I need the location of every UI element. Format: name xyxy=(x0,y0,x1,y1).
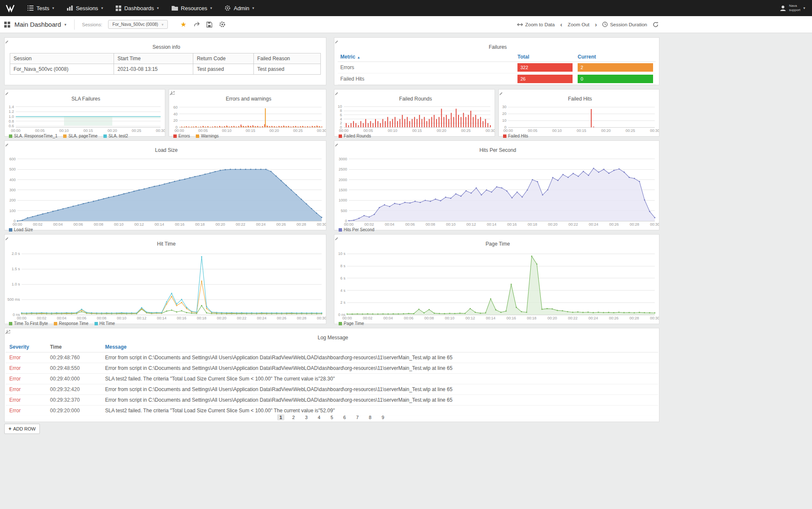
settings-gear-icon[interactable] xyxy=(219,21,225,28)
nav-admin[interactable]: Admin ▾ xyxy=(218,0,260,16)
session-info-col: Session xyxy=(10,53,114,64)
folder-icon xyxy=(172,6,178,11)
dashboard-title-caret[interactable]: ▾ xyxy=(64,22,67,27)
svg-text:00:30: 00:30 xyxy=(317,129,326,133)
session-duration-button[interactable]: Session Duration xyxy=(602,22,647,27)
page-time-chart: 0 ns2 s4 s6 s8 s10 s00:0000:0200:0400:06… xyxy=(334,248,659,320)
session-info-col: Return Code xyxy=(193,53,253,64)
expand-icon[interactable] xyxy=(6,330,11,334)
svg-text:00:10: 00:10 xyxy=(59,129,69,133)
svg-text:00:14: 00:14 xyxy=(157,316,167,320)
svg-text:2 s: 2 s xyxy=(340,300,346,305)
page-number[interactable]: 5 xyxy=(328,414,335,420)
nav-tests[interactable]: Tests ▾ xyxy=(21,0,61,16)
edit-icon[interactable] xyxy=(5,92,165,96)
session-selector[interactable]: For_Nava_500vc (0008) ▾ xyxy=(108,20,167,29)
svg-text:00:20: 00:20 xyxy=(215,222,225,227)
nav-resources[interactable]: Resources ▾ xyxy=(165,0,219,16)
svg-text:00:24: 00:24 xyxy=(589,222,598,227)
session-info-col: Failed Reason xyxy=(253,53,320,64)
zoom-to-data-button[interactable]: Zoom to Data xyxy=(517,22,555,27)
page-number[interactable]: 3 xyxy=(303,414,310,420)
zoom-out-button[interactable]: Zoom Out xyxy=(568,22,590,27)
edit-icon[interactable] xyxy=(5,237,326,241)
svg-text:00:18: 00:18 xyxy=(195,222,205,227)
user-menu[interactable]: Nava support ▾ xyxy=(780,4,805,12)
log-col-time[interactable]: Time xyxy=(46,342,101,352)
log-row[interactable]: Error00:29:48:760Error from script in C:… xyxy=(6,352,658,363)
nav-dashboards[interactable]: Dashboards ▾ xyxy=(109,0,165,16)
nav-sessions[interactable]: Sessions ▾ xyxy=(61,0,109,16)
log-row[interactable]: Error00:29:32:420Error from script in C:… xyxy=(6,384,658,395)
svg-text:00:12: 00:12 xyxy=(467,222,476,227)
log-row[interactable]: Error00:29:48:550Error from script in C:… xyxy=(6,363,658,374)
expand-icon[interactable] xyxy=(171,91,175,95)
share-icon[interactable] xyxy=(193,22,200,27)
edit-icon[interactable] xyxy=(334,40,659,44)
page-number[interactable]: 8 xyxy=(367,414,373,420)
svg-text:300: 300 xyxy=(9,188,16,192)
failures-col-current[interactable]: Current xyxy=(575,52,656,62)
edit-icon[interactable] xyxy=(334,237,659,241)
log-pagination: 123456789 xyxy=(5,414,659,421)
svg-text:00:14: 00:14 xyxy=(487,222,497,227)
svg-text:00:04: 00:04 xyxy=(384,316,393,320)
edit-icon[interactable] xyxy=(334,92,495,96)
zoom-right-chevron[interactable]: › xyxy=(595,21,597,28)
svg-text:00:22: 00:22 xyxy=(236,222,245,227)
panel-hits-per-second: Hits Per Second 050010001500200025003000… xyxy=(334,140,659,230)
edit-icon[interactable] xyxy=(499,92,659,96)
clock-icon xyxy=(602,22,608,27)
failures-col-total[interactable]: Total xyxy=(515,52,575,62)
page-number[interactable]: 2 xyxy=(290,414,297,420)
svg-text:2000: 2000 xyxy=(339,178,347,182)
save-icon[interactable] xyxy=(206,22,212,28)
nav-tests-label: Tests xyxy=(36,5,49,11)
svg-text:00:30: 00:30 xyxy=(650,316,659,320)
edit-icon[interactable] xyxy=(5,40,326,44)
log-row[interactable]: Error00:29:32:370Error from script in C:… xyxy=(6,395,658,406)
dashboard-title: Main Dashboard xyxy=(14,21,61,28)
favorite-star-icon[interactable]: ★ xyxy=(181,21,186,28)
page-number[interactable]: 7 xyxy=(354,414,361,420)
svg-text:00:02: 00:02 xyxy=(33,222,43,227)
svg-text:00:00: 00:00 xyxy=(339,129,349,133)
svg-text:00:18: 00:18 xyxy=(528,222,537,227)
errors-warnings-chart: 020406000:0000:0500:1000:1500:2000:2500:… xyxy=(169,103,326,133)
svg-text:00:16: 00:16 xyxy=(506,316,516,320)
svg-text:00:12: 00:12 xyxy=(137,316,147,320)
svg-text:00:15: 00:15 xyxy=(577,129,587,133)
sla-failures-legend: SLA. ResponseTime_1SLA. pageTimeSLA. tes… xyxy=(5,133,165,138)
sessions-label: Sessions: xyxy=(82,22,103,27)
edit-icon[interactable] xyxy=(5,143,326,147)
add-row-button[interactable]: + ADD ROW xyxy=(4,424,40,434)
refresh-button[interactable] xyxy=(653,22,659,28)
page-number[interactable]: 9 xyxy=(379,414,386,420)
svg-text:00:20: 00:20 xyxy=(217,316,227,320)
log-row[interactable]: Error00:29:40:000SLA test2 failed. The c… xyxy=(6,374,658,384)
svg-text:600: 600 xyxy=(9,157,16,161)
total-bar: 26 xyxy=(517,75,573,83)
log-col-message[interactable]: Message xyxy=(101,342,658,352)
edit-icon[interactable] xyxy=(169,92,326,96)
svg-text:00:28: 00:28 xyxy=(297,316,307,320)
svg-text:00:08: 00:08 xyxy=(94,222,103,227)
svg-text:00:20: 00:20 xyxy=(548,222,558,227)
chevron-down-icon: ▾ xyxy=(161,22,164,27)
edit-icon[interactable] xyxy=(334,143,659,147)
svg-text:0.6: 0.6 xyxy=(8,124,14,128)
svg-text:100: 100 xyxy=(9,209,16,213)
log-col-severity[interactable]: Severity xyxy=(6,342,46,352)
svg-text:0.8: 0.8 xyxy=(8,119,14,123)
page-number[interactable]: 6 xyxy=(341,414,348,420)
zoom-left-chevron[interactable]: ‹ xyxy=(560,21,562,28)
svg-text:2500: 2500 xyxy=(339,167,347,171)
app-logo[interactable] xyxy=(0,3,21,13)
svg-text:00:25: 00:25 xyxy=(626,129,635,133)
page-number[interactable]: 4 xyxy=(316,414,323,420)
page-number[interactable]: 1 xyxy=(277,414,284,420)
edit-icon[interactable] xyxy=(5,330,659,335)
svg-text:10: 10 xyxy=(338,104,342,109)
svg-text:00:22: 00:22 xyxy=(568,222,578,227)
failures-col-metric[interactable]: Metric▲ xyxy=(338,52,515,62)
